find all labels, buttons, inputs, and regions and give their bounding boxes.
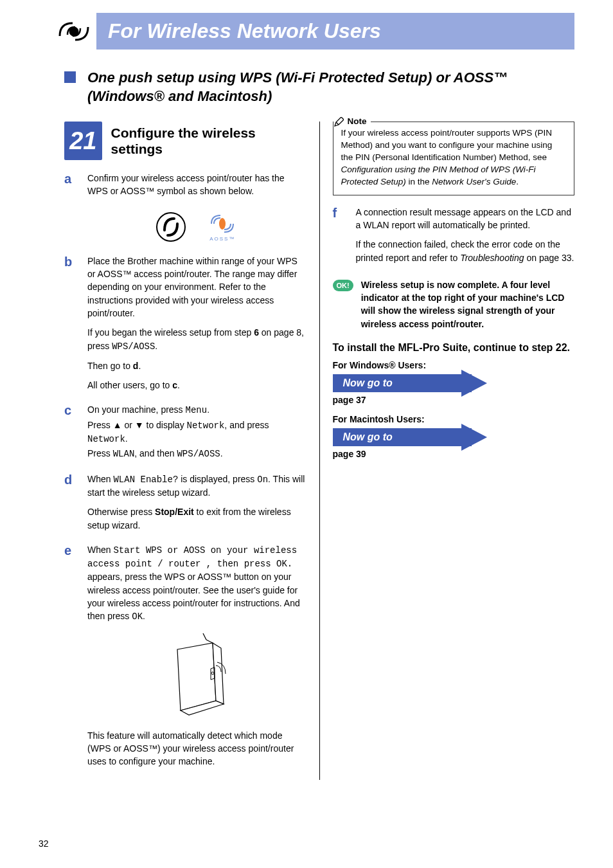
- substep-d-p2: Otherwise press Stop/Exit to exit from t…: [87, 505, 306, 532]
- section-title-line1: One push setup using WPS (Wi-Fi Protecte…: [87, 69, 508, 86]
- ok-callout: OK! Wireless setup is now complete. A fo…: [333, 278, 575, 330]
- section-bullet: [64, 71, 76, 83]
- substep-b: b Place the Brother machine within range…: [64, 255, 306, 399]
- substep-c-l3: Press WLAN, and then WPS/AOSS.: [87, 447, 306, 460]
- ok-badge-icon: OK!: [333, 280, 353, 291]
- wps-aoss-symbols: AOSS™: [87, 211, 306, 243]
- goto-arrow-mac: Now go to: [333, 428, 500, 446]
- substep-d: d When WLAN Enable? is displayed, press …: [64, 473, 306, 538]
- substep-e-p2: This feature will automatically detect w…: [87, 729, 306, 768]
- section-heading: One push setup using WPS (Wi-Fi Protecte…: [64, 69, 574, 105]
- substep-c: c On your machine, press Menu. Press ▲ o…: [64, 403, 306, 467]
- substep-b-p3: Then go to d.: [87, 359, 306, 372]
- ok-text: Wireless setup is now complete. A four l…: [361, 278, 574, 330]
- aoss-label: AOSS™: [209, 236, 235, 242]
- svg-line-4: [203, 633, 206, 640]
- svg-line-3: [206, 640, 213, 643]
- pencil-icon: [333, 117, 344, 127]
- wps-icon: [155, 211, 187, 243]
- step-header: 21 Configure the wireless settings: [64, 122, 306, 160]
- substep-a: a Confirm your wireless access point/rou…: [64, 172, 306, 204]
- substep-a-text: Confirm your wireless access point/route…: [87, 172, 306, 198]
- note-label: Note: [333, 116, 371, 128]
- substep-letter: f: [333, 206, 356, 271]
- substep-letter: b: [64, 255, 87, 399]
- substep-f: f A connection result message appears on…: [333, 206, 575, 271]
- banner: For Wireless Network Users: [51, 13, 574, 50]
- step-number: 21: [64, 122, 102, 160]
- substep-e: e When Start WPS or AOSS on your wireles…: [64, 543, 306, 775]
- goto-arrow-windows: Now go to: [333, 374, 500, 392]
- substep-letter: c: [64, 403, 87, 467]
- svg-point-1: [157, 213, 185, 241]
- substep-e-p1: When Start WPS or AOSS on your wireless …: [87, 543, 306, 624]
- aoss-icon: AOSS™: [206, 211, 238, 243]
- substep-c-l2: Press ▲ or ▼ to display Network, and pre…: [87, 419, 306, 446]
- mac-users-label: For Macintosh Users:: [333, 414, 575, 424]
- page-number: 32: [39, 838, 49, 849]
- svg-point-0: [70, 28, 78, 35]
- substep-b-p4: All other users, go to c.: [87, 379, 306, 392]
- windows-users-label: For Windows® Users:: [333, 360, 575, 370]
- substep-letter: d: [64, 473, 87, 538]
- svg-point-2: [219, 218, 226, 230]
- wireless-icon: [51, 13, 96, 50]
- substep-d-p1: When WLAN Enable? is displayed, press On…: [87, 473, 306, 500]
- router-illustration: [152, 630, 242, 720]
- substep-f-p1: A connection result message appears on t…: [356, 206, 575, 232]
- substep-f-p2: If the connection failed, check the erro…: [356, 238, 575, 264]
- note-body: If your wireless access point/router sup…: [341, 128, 553, 186]
- substep-letter: e: [64, 543, 87, 775]
- substep-c-l1: On your machine, press Menu.: [87, 403, 306, 417]
- install-title: To install the MFL-Pro Suite, continue t…: [333, 342, 575, 354]
- substep-b-p1: Place the Brother machine within range o…: [87, 255, 306, 320]
- section-title-line2: (Windows® and Macintosh): [87, 88, 272, 104]
- windows-page-ref: page 37: [333, 395, 575, 405]
- banner-title: For Wireless Network Users: [96, 13, 574, 50]
- step-title: Configure the wireless settings: [111, 125, 306, 157]
- substep-letter: a: [64, 172, 87, 204]
- mac-page-ref: page 39: [333, 449, 575, 459]
- substep-b-p2: If you began the wireless setup from ste…: [87, 326, 306, 353]
- note-box: Note If your wireless access point/route…: [333, 122, 575, 195]
